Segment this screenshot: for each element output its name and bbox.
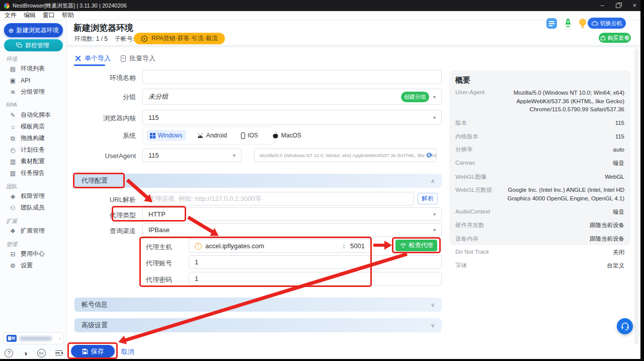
menu-help[interactable]: 帮助 [62, 11, 74, 20]
collapse-sidebar-icon[interactable] [55, 350, 62, 356]
group-select[interactable]: 未分组 创建分组 ▾ [142, 89, 442, 105]
billing-icon: ⊟ [9, 251, 17, 258]
ua-version-select[interactable]: 115 ▾ [142, 149, 242, 162]
query-channel-label: 查询渠道 [75, 227, 136, 236]
chevron-right-icon: › [59, 336, 60, 341]
proxy-config-title: 代理配置 [82, 176, 108, 185]
os-option-macos[interactable]: MacOS [269, 130, 305, 141]
chevron-down-icon: ▾ [233, 153, 235, 158]
tab-single-label: 单个导入 [85, 54, 111, 63]
check-proxy-button[interactable]: 检查代理 [395, 240, 437, 251]
proxy-config-section-header[interactable]: 代理配置 ∧ [74, 174, 442, 188]
chevron-down-icon: ▾ [433, 115, 436, 120]
url-parse-input[interactable] [142, 192, 414, 205]
sidebar-item-task-report[interactable]: ▧任务报告 [0, 167, 67, 179]
sidebar-item-api[interactable]: ▣API [0, 75, 67, 86]
bulb-icon[interactable] [577, 17, 589, 29]
theme-toggle-icon[interactable]: ◑ [23, 349, 27, 357]
new-env-button[interactable]: ⊕ 新建浏览器环境 [4, 23, 63, 37]
api-icon: ▣ [9, 77, 17, 84]
restore-button[interactable] [616, 4, 620, 8]
notes-icon[interactable] [546, 18, 557, 29]
shopping-bag-icon [600, 35, 606, 41]
query-channel-value: IPBase [148, 226, 170, 234]
tab-batch-import[interactable]: 批量导入 [121, 54, 155, 63]
user-card[interactable]: › [3, 332, 64, 344]
proxy-host-value: accel.ipflygates.com [205, 242, 264, 250]
sidebar-item-auto-script[interactable]: ✎自动化脚本 [0, 109, 67, 121]
sidebar-item-extension-manage[interactable]: ❖扩展管理 [0, 225, 67, 237]
nav-section-extension: 扩展 [0, 213, 67, 225]
help-icon[interactable]: ? [5, 349, 13, 357]
sidebar-item-material-config[interactable]: ▥素材配置 [0, 156, 67, 167]
advanced-settings-section-header[interactable]: 高级设置 ∨ [74, 318, 442, 332]
material-icon: ▥ [9, 158, 17, 165]
rocket-icon[interactable] [562, 17, 574, 29]
check-proxy-label: 检查代理 [409, 241, 433, 250]
parse-button[interactable]: 解析 [418, 193, 438, 204]
refresh-icon[interactable]: ⟳ [427, 151, 433, 159]
menu-file[interactable]: 文件 [5, 11, 17, 20]
menu-edit[interactable]: 编辑 [24, 11, 36, 20]
android-icon [197, 133, 204, 138]
cancel-link[interactable]: 取消 [121, 347, 134, 356]
env-name-input[interactable] [142, 70, 442, 84]
env-name-input-field[interactable] [148, 74, 436, 81]
menu-window[interactable]: 窗口 [43, 11, 55, 20]
sidebar-item-billing[interactable]: ⊟费用中心 [0, 248, 67, 260]
sidebar-item-permission[interactable]: ◈权限管理 [0, 190, 67, 202]
support-fab[interactable] [617, 318, 633, 334]
phone-icon [241, 132, 245, 139]
buy-plan-button[interactable]: 购买套餐 [599, 33, 631, 43]
query-channel-select[interactable]: IPBase ▾ [142, 223, 442, 237]
sidebar-item-group-manage[interactable]: ≋分组管理 [0, 86, 67, 98]
kernel-select[interactable]: 115 ▾ [142, 110, 442, 125]
env-count-value: 1 / 5 [96, 35, 108, 42]
sidebar: ⊕ 新建浏览器环境 群控管理 环境 ▤环境列表 ▣API ≋分组管理 RPA ✎… [0, 20, 67, 359]
ua-string-input[interactable]: Mozilla/5.0 (Windows NT 10.0; Win64; x64… [254, 149, 437, 162]
nav-section-rpa: RPA [0, 98, 67, 109]
avatar [7, 335, 17, 342]
proxy-password-label: 代理密码 [146, 275, 181, 284]
sidebar-item-template-store[interactable]: ⌂模板商店 [0, 121, 67, 132]
create-group-button[interactable]: 创建分组 [401, 92, 429, 102]
proxy-type-select[interactable]: HTTP ▾ [142, 207, 442, 221]
proxy-type-label: 代理类型 [75, 211, 136, 220]
windows-icon [150, 133, 155, 138]
os-option-windows[interactable]: Windows [146, 130, 186, 141]
chevron-down-icon: ▾ [433, 211, 436, 217]
proxy-account-value: 1 [195, 258, 198, 266]
group-control-button[interactable]: 群控管理 [4, 39, 63, 51]
summary-panel: 概要 User-AgentMozilla/5.0 (Windows NT 10.… [449, 70, 630, 245]
sidebar-item-drag-build[interactable]: ⧉拖拽构建 [0, 132, 67, 144]
sidebar-item-env-list[interactable]: ▤环境列表 [0, 63, 67, 75]
sidebar-item-team-members[interactable]: ⚇团队成员 [0, 202, 67, 213]
os-option-ios[interactable]: IOS [237, 130, 262, 141]
titlebar: NestBrowser[蜂巢浏览器] | 3.11.30 | 20240206 … [0, 0, 640, 11]
proxy-account-input[interactable]: 1 [189, 255, 442, 269]
url-parse-input-field[interactable] [148, 195, 408, 202]
switch-cloud-button[interactable]: 切换云机 [588, 18, 626, 29]
summary-row-device-memory: 设备内存跟随当前设备 [455, 232, 624, 246]
sidebar-item-settings[interactable]: ⚙设置 [0, 260, 67, 271]
members-icon: ⚇ [9, 204, 17, 211]
rpa-banner[interactable]: RPA营销·获客·引流·截流 [134, 33, 225, 44]
close-button[interactable]: × [632, 3, 636, 9]
new-env-button-label: 新建浏览器环境 [16, 26, 58, 35]
switch-cloud-label: 切换云机 [600, 20, 622, 27]
tab-batch-label: 批量导入 [129, 54, 155, 63]
proxy-port-value[interactable]: 5001 [350, 242, 365, 250]
account-info-section-header[interactable]: 帐号信息 ∨ [74, 298, 442, 312]
active-tab-underline [74, 64, 105, 66]
scrollbar[interactable] [634, 48, 638, 344]
language-icon[interactable]: En [37, 349, 46, 357]
tab-single-import[interactable]: 单个导入 [75, 54, 111, 63]
sidebar-item-scheduled-task[interactable]: ◴计划任务 [0, 144, 67, 156]
proxy-password-input[interactable]: 1 [189, 272, 442, 285]
save-button[interactable]: 保存 [71, 345, 115, 357]
proxy-account-label: 代理账号 [146, 259, 181, 268]
os-option-android[interactable]: Android [193, 130, 230, 141]
proxy-host-input[interactable]: ! accel.ipflygates.com ： 5001 [189, 239, 371, 253]
proxy-host-label: 代理主机 [146, 243, 181, 252]
minimize-button[interactable]: – [601, 3, 604, 8]
